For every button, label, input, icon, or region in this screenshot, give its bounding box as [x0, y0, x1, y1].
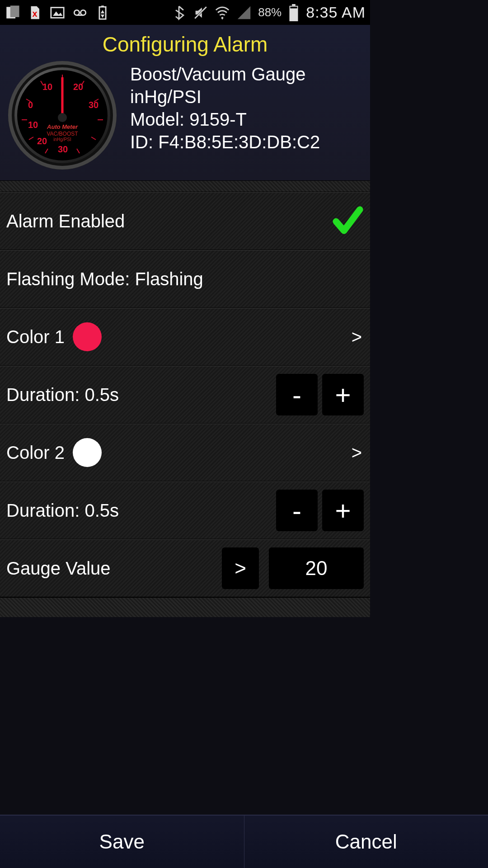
- page-title: Configuring Alarm: [8, 29, 362, 61]
- battery-recycle-icon: [95, 5, 110, 20]
- duration-2-stepper: - +: [276, 490, 364, 531]
- chevron-right-icon: >: [352, 443, 364, 463]
- bluetooth-icon: [171, 5, 187, 20]
- gauge-value-field[interactable]: 20: [269, 547, 364, 589]
- alarm-enabled-row[interactable]: Alarm Enabled: [0, 192, 370, 250]
- gauge-digit: 30: [58, 144, 68, 155]
- battery-icon: [288, 4, 300, 21]
- device-info: Boost/Vacuum Gauge inHg/PSI Model: 9159-…: [130, 61, 362, 153]
- gauge-digit: 30: [89, 100, 99, 110]
- header: Configuring Alarm: [0, 25, 370, 180]
- svg-rect-9: [101, 5, 104, 7]
- gauge-value-operator-button[interactable]: >: [222, 547, 259, 589]
- duration-1-plus-button[interactable]: +: [322, 374, 364, 415]
- color-2-row[interactable]: Color 2 >: [0, 424, 370, 481]
- mute-icon: [193, 5, 208, 20]
- device-id: ID: F4:B8:5E:3D:DB:C2: [130, 131, 362, 153]
- svg-line-22: [77, 149, 80, 153]
- svg-rect-15: [292, 4, 296, 6]
- svg-rect-3: [51, 7, 64, 18]
- settings-list: Alarm Enabled Flashing Mode: Flashing Co…: [0, 192, 370, 597]
- gauge-units-small: inHg/PSI: [17, 137, 108, 142]
- voicemail-icon: [72, 5, 88, 20]
- gauge-digit: 20: [73, 82, 83, 92]
- end-strip: [0, 597, 370, 617]
- svg-point-5: [74, 10, 79, 15]
- flashing-mode-label: Flashing Mode: Flashing: [6, 269, 203, 289]
- flashing-mode-row[interactable]: Flashing Mode: Flashing: [0, 250, 370, 308]
- gauge-image: 10 20 0 30 10 20 30 Auto Meter VAC/BOOST…: [8, 61, 117, 170]
- gauge-value-label: Gauge Value: [6, 558, 111, 579]
- gauge-brand: Auto Meter: [17, 123, 108, 130]
- svg-marker-4: [53, 11, 62, 16]
- file-error-icon: x: [27, 5, 42, 20]
- color-1-label: Color 1: [6, 327, 65, 347]
- duration-1-minus-button[interactable]: -: [276, 374, 318, 415]
- battery-percent: 88%: [258, 5, 282, 19]
- image-icon: [50, 5, 65, 20]
- duration-2-label: Duration: 0.5s: [6, 500, 119, 521]
- color-1-swatch: [73, 322, 102, 351]
- duration-2-row: Duration: 0.5s - +: [0, 481, 370, 539]
- device-model: Model: 9159-T: [130, 108, 362, 131]
- color-1-row[interactable]: Color 1 >: [0, 308, 370, 366]
- device-units: inHg/PSI: [130, 85, 362, 108]
- separator-strip: [0, 180, 370, 192]
- device-name: Boost/Vacuum Gauge: [130, 63, 362, 85]
- svg-rect-1: [10, 5, 19, 17]
- status-bar: x 88% 8:35 AM: [0, 0, 370, 25]
- signal-icon: [236, 5, 252, 20]
- gauge-value-row: Gauge Value > 20: [0, 539, 370, 597]
- color-2-label: Color 2: [6, 443, 65, 463]
- wifi-icon: [215, 5, 230, 20]
- svg-rect-16: [291, 6, 297, 8]
- gauge-digit: 0: [28, 100, 33, 110]
- check-icon: [332, 204, 364, 238]
- color-2-swatch: [73, 438, 102, 467]
- duration-1-stepper: - +: [276, 374, 364, 415]
- clock: 8:35 AM: [306, 4, 366, 21]
- svg-line-23: [45, 149, 48, 153]
- svg-point-29: [58, 113, 67, 122]
- duration-1-row: Duration: 0.5s - +: [0, 366, 370, 424]
- gauge-digit: 10: [42, 82, 52, 92]
- duration-2-minus-button[interactable]: -: [276, 490, 318, 531]
- svg-marker-13: [238, 6, 250, 19]
- svg-point-6: [80, 10, 85, 15]
- svg-text:x: x: [32, 8, 37, 18]
- duration-2-plus-button[interactable]: +: [322, 490, 364, 531]
- gauge-subtitle: VAC/BOOST: [17, 131, 108, 137]
- chevron-right-icon: >: [352, 327, 364, 347]
- duration-1-label: Duration: 0.5s: [6, 385, 119, 405]
- alarm-enabled-label: Alarm Enabled: [6, 211, 125, 231]
- multiwindow-icon: [5, 5, 20, 20]
